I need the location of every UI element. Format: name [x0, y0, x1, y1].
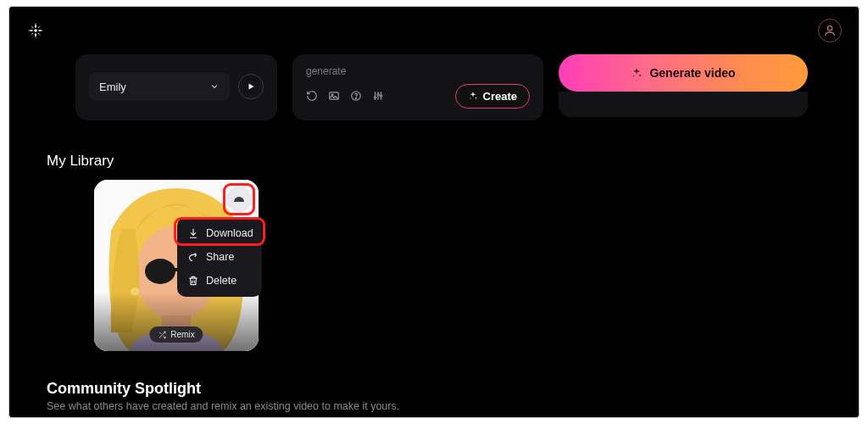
community-title: Community Spotlight	[47, 380, 201, 398]
svg-point-9	[475, 98, 476, 99]
sparkle-icon	[468, 91, 478, 101]
half-circle-icon	[231, 192, 247, 207]
library-title: My Library	[47, 153, 114, 170]
svg-point-5	[356, 98, 357, 98]
remix-label: Remix	[170, 330, 194, 339]
menu-download[interactable]: Download	[182, 222, 257, 244]
share-icon	[187, 251, 199, 263]
create-button[interactable]: Create	[455, 84, 530, 109]
generate-video-button[interactable]: Generate video	[559, 54, 808, 92]
chevron-down-icon	[209, 81, 220, 92]
svg-point-0	[34, 29, 37, 32]
remix-button[interactable]: Remix	[149, 326, 203, 343]
menu-download-label: Download	[206, 227, 253, 239]
voice-select-value: Emily	[99, 81, 126, 93]
item-menu-button[interactable]	[226, 187, 252, 212]
generate-card: Generate video	[559, 54, 808, 120]
prompt-card: generate Create	[292, 54, 543, 120]
shuffle-icon	[158, 331, 166, 339]
sparkle-icon	[631, 67, 643, 79]
svg-point-7	[377, 94, 379, 96]
menu-delete-label: Delete	[206, 275, 236, 287]
menu-share-label: Share	[206, 251, 234, 263]
svg-point-10	[470, 98, 470, 99]
voice-card: Emily	[75, 54, 277, 120]
svg-point-6	[374, 97, 376, 98]
menu-delete[interactable]: Delete	[182, 270, 257, 292]
library-item[interactable]: Remix Download Share Delete	[94, 180, 259, 351]
play-button[interactable]	[238, 74, 264, 99]
community-subtitle: See what others have created and remix a…	[47, 400, 399, 412]
svg-point-15	[145, 259, 175, 284]
help-icon[interactable]	[350, 90, 362, 102]
sliders-icon[interactable]	[372, 90, 384, 102]
svg-point-8	[380, 95, 381, 97]
voice-select[interactable]: Emily	[89, 72, 230, 101]
image-icon[interactable]	[328, 90, 340, 102]
generate-video-label: Generate video	[649, 66, 735, 80]
item-context-menu: Download Share Delete	[177, 217, 262, 297]
app-logo[interactable]	[26, 21, 45, 40]
svg-point-12	[633, 75, 634, 76]
refresh-icon[interactable]	[306, 90, 318, 102]
svg-point-1	[827, 26, 832, 31]
create-button-label: Create	[483, 90, 517, 103]
profile-button[interactable]	[818, 19, 842, 42]
menu-share[interactable]: Share	[182, 246, 257, 268]
download-icon	[187, 227, 199, 239]
trash-icon	[187, 275, 199, 287]
svg-point-11	[640, 75, 642, 76]
play-icon	[246, 81, 256, 92]
prompt-hint: generate	[306, 65, 530, 77]
